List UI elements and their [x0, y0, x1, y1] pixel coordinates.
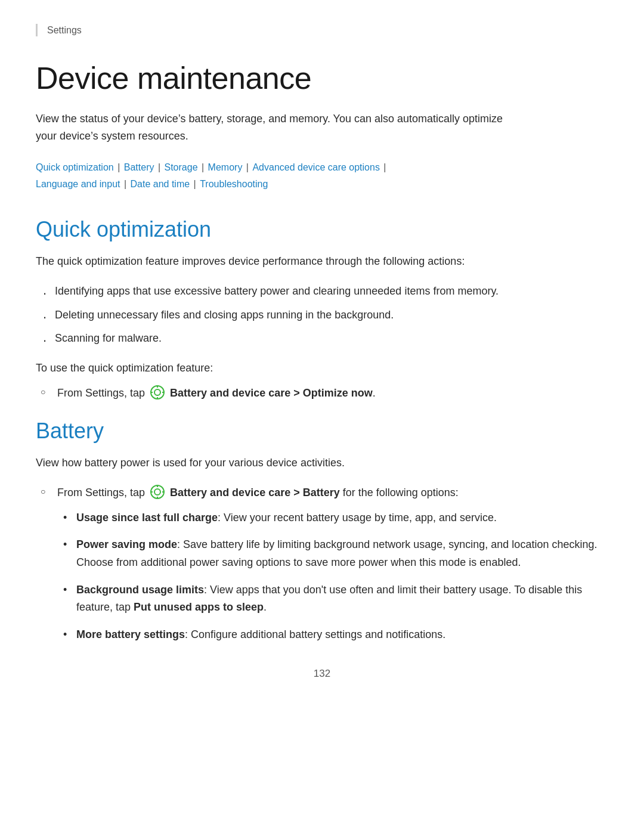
svg-point-7	[154, 489, 160, 495]
page-container: Settings Device maintenance View the sta…	[0, 0, 644, 833]
nav-link-battery[interactable]: Battery	[124, 162, 154, 172]
battery-section: Battery View how battery power is used f…	[36, 419, 608, 644]
battery-care-icon-2	[150, 484, 165, 500]
sub-bullet-text-3b: .	[264, 601, 267, 613]
page-number: 132	[36, 668, 608, 680]
list-item: Deleting unnecessary files and closing a…	[36, 306, 608, 324]
nav-link-date[interactable]: Date and time	[131, 179, 190, 189]
nav-link-language[interactable]: Language and input	[36, 179, 120, 189]
quick-optimization-step: From Settings, tap Battery and device ca…	[36, 385, 608, 402]
breadcrumb: Settings	[36, 24, 608, 36]
step-text-suffix: .	[373, 387, 376, 399]
battery-intro: View how battery power is used for your …	[36, 454, 572, 472]
sub-bullet-bold-2: Power saving mode	[76, 538, 177, 550]
breadcrumb-text: Settings	[47, 25, 82, 35]
quick-optimization-step-list: From Settings, tap Battery and device ca…	[36, 385, 608, 402]
list-item: Power saving mode: Save battery life by …	[57, 536, 608, 571]
nav-link-advanced[interactable]: Advanced device care options	[252, 162, 379, 172]
sub-bullet-text-4: : Configure additional battery settings …	[185, 628, 445, 640]
intro-paragraph: View the status of your device’s battery…	[36, 110, 525, 145]
battery-step-bold: Battery and device care > Battery	[170, 487, 340, 498]
svg-point-0	[151, 386, 164, 399]
battery-sub-bullets: Usage since last full charge: View your …	[57, 509, 608, 644]
step-text-bold: Battery and device care > Optimize now	[170, 387, 373, 399]
nav-link-quick-optimization[interactable]: Quick optimization	[36, 162, 114, 172]
sub-bullet-bold-3: Background usage limits	[76, 584, 204, 596]
quick-optimization-intro: The quick optimization feature improves …	[36, 253, 572, 271]
list-item: Identifying apps that use excessive batt…	[36, 283, 608, 301]
battery-care-icon	[150, 385, 165, 400]
nav-link-memory[interactable]: Memory	[208, 162, 243, 172]
battery-step: From Settings, tap Battery and device ca…	[36, 484, 608, 644]
list-item: Usage since last full charge: View your …	[57, 509, 608, 527]
sub-bullet-bold-4: More battery settings	[76, 628, 185, 640]
quick-optimization-heading: Quick optimization	[36, 217, 608, 242]
svg-point-1	[154, 389, 160, 395]
sub-bullet-bold-1: Usage since last full charge	[76, 512, 218, 524]
battery-heading: Battery	[36, 419, 608, 444]
sub-bullet-bold-3b: Put unused apps to sleep	[134, 601, 264, 613]
svg-point-6	[151, 485, 164, 498]
battery-step-prefix: From Settings, tap	[57, 487, 145, 498]
nav-link-troubleshooting[interactable]: Troubleshooting	[200, 179, 268, 189]
page-title: Device maintenance	[36, 60, 608, 96]
list-item: More battery settings: Configure additio…	[57, 626, 608, 644]
battery-step-list: From Settings, tap Battery and device ca…	[36, 484, 608, 644]
battery-step-suffix: for the following options:	[340, 487, 459, 498]
list-item: Scanning for malware.	[36, 330, 608, 348]
quick-optimization-instruction-label: To use the quick optimization feature:	[36, 360, 608, 377]
sub-bullet-text-1: : View your recent battery usage by time…	[218, 512, 497, 524]
quick-optimization-bullets: Identifying apps that use excessive batt…	[36, 283, 608, 348]
list-item: Background usage limits: View apps that …	[57, 581, 608, 617]
nav-link-storage[interactable]: Storage	[165, 162, 198, 172]
nav-links: Quick optimization | Battery | Storage |…	[36, 159, 608, 194]
quick-optimization-section: Quick optimization The quick optimizatio…	[36, 217, 608, 402]
step-text-prefix: From Settings, tap	[57, 387, 145, 399]
